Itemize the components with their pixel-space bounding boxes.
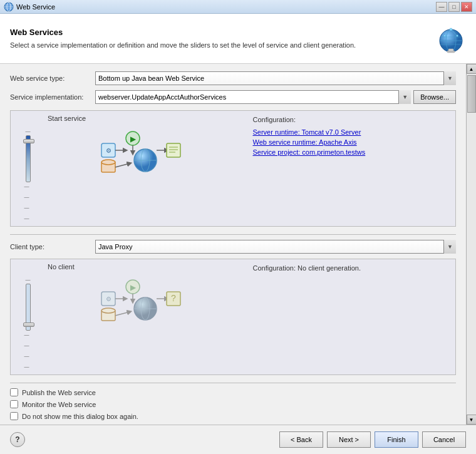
client-type-row: Client type: Java Proxy ▼ bbox=[10, 240, 456, 254]
dont-show-label: Do not show me this dialog box again. bbox=[22, 413, 138, 420]
client-diagram-svg: ⚙ ▶ bbox=[95, 274, 195, 328]
svg-text:▶: ▶ bbox=[130, 283, 136, 292]
header-text: Web Services Select a service implementa… bbox=[10, 28, 436, 50]
title-bar-text: Web Service bbox=[16, 3, 436, 11]
client-diagram-area: ⚙ ▶ bbox=[48, 274, 243, 328]
scrollbar: ▲ ▼ bbox=[466, 64, 476, 425]
svg-point-14 bbox=[450, 28, 452, 31]
server-runtime-link[interactable]: Server runtime: Tomcat v7.0 Server bbox=[253, 128, 448, 136]
service-diagram-col: Start service ⚙ bbox=[45, 111, 246, 226]
content-area: Web service type: Bottom up Java bean We… bbox=[0, 64, 476, 425]
ws-runtime-link[interactable]: Web service runtime: Apache Axis bbox=[253, 138, 448, 146]
main-content: Web service type: Bottom up Java bean We… bbox=[0, 64, 466, 425]
publish-checkbox[interactable] bbox=[10, 388, 18, 396]
maximize-button[interactable]: □ bbox=[448, 2, 460, 12]
publish-checkbox-row: Publish the Web service bbox=[10, 388, 456, 396]
service-type-row: Web service type: Bottom up Java bean We… bbox=[10, 71, 456, 85]
title-bar: Web Service — □ ✕ bbox=[0, 0, 476, 14]
cancel-button[interactable]: Cancel bbox=[422, 431, 466, 448]
scroll-thumb[interactable] bbox=[467, 75, 476, 113]
dialog-description: Select a service implementation or defin… bbox=[10, 41, 411, 50]
client-slider-thumb[interactable] bbox=[23, 322, 34, 327]
slider-thumb[interactable] bbox=[23, 139, 34, 143]
app-icon bbox=[4, 2, 14, 12]
dont-show-checkbox[interactable] bbox=[10, 412, 18, 420]
finish-button[interactable]: Finish bbox=[375, 431, 418, 448]
divider-2 bbox=[10, 383, 456, 383]
service-type-select[interactable]: Bottom up Java bean Web Service bbox=[95, 71, 456, 85]
service-impl-row: Service implementation: webserver.Update… bbox=[10, 90, 456, 104]
help-button[interactable]: ? bbox=[10, 432, 25, 447]
client-slider-col: — ———— bbox=[11, 259, 45, 374]
scroll-down-button[interactable]: ▼ bbox=[467, 415, 477, 425]
svg-point-47 bbox=[101, 308, 115, 313]
client-config-col: Configuration: No client generation. bbox=[246, 259, 456, 374]
monitor-checkbox[interactable] bbox=[10, 400, 18, 408]
svg-point-32 bbox=[101, 160, 115, 165]
dialog-header: Web Services Select a service implementa… bbox=[0, 14, 476, 64]
service-impl-select-wrapper: webserver.UpdateAppAcctAuthorServices ▼ bbox=[95, 90, 411, 104]
next-button[interactable]: Next > bbox=[327, 431, 371, 448]
client-slider-mark-top: — bbox=[26, 277, 31, 282]
service-impl-select[interactable]: webserver.UpdateAppAcctAuthorServices bbox=[95, 90, 411, 104]
client-config-text: Configuration: No client generation. bbox=[253, 264, 448, 272]
svg-text:⚙: ⚙ bbox=[105, 147, 111, 154]
service-project-link[interactable]: Service project: com.primeton.testws bbox=[253, 148, 448, 156]
dialog-footer: ? < Back Next > Finish Cancel bbox=[0, 425, 476, 454]
client-type-select[interactable]: Java Proxy bbox=[95, 240, 456, 254]
client-type-label: Client type: bbox=[10, 243, 91, 250]
svg-text:▶: ▶ bbox=[130, 135, 136, 143]
close-button[interactable]: ✕ bbox=[461, 2, 472, 12]
client-diagram-col: No client bbox=[45, 259, 246, 374]
svg-point-15 bbox=[444, 35, 446, 37]
service-diagram-area: ⚙ ▶ bbox=[48, 126, 243, 179]
globe-icon bbox=[436, 23, 466, 55]
divider-1 bbox=[10, 234, 456, 235]
slider-mark-top: — bbox=[26, 128, 31, 134]
service-panel: — ———— Start service bbox=[10, 110, 456, 227]
publish-label: Publish the Web service bbox=[22, 389, 96, 396]
svg-rect-27 bbox=[167, 143, 180, 157]
dont-show-checkbox-row: Do not show me this dialog box again. bbox=[10, 412, 456, 420]
client-slider-marks: ———— bbox=[24, 332, 29, 369]
svg-line-33 bbox=[115, 163, 130, 167]
client-panel-label: No client bbox=[48, 263, 243, 271]
service-panel-label: Start service bbox=[48, 115, 243, 122]
browse-button[interactable]: Browse... bbox=[413, 90, 456, 104]
monitor-label: Monitor the Web service bbox=[22, 401, 96, 408]
service-diagram-svg: ⚙ ▶ bbox=[95, 126, 195, 179]
footer-left: ? bbox=[10, 432, 25, 447]
service-type-select-wrapper: Bottom up Java bean Web Service ▼ bbox=[95, 71, 456, 85]
svg-line-48 bbox=[115, 312, 130, 316]
svg-point-16 bbox=[457, 35, 458, 37]
service-impl-label: Service implementation: bbox=[10, 93, 91, 101]
service-config-col: Configuration: Server runtime: Tomcat v7… bbox=[246, 111, 456, 226]
dialog: Web Services Select a service implementa… bbox=[0, 14, 476, 454]
dialog-title: Web Services bbox=[10, 28, 436, 37]
svg-rect-11 bbox=[448, 49, 453, 51]
footer-right: < Back Next > Finish Cancel bbox=[279, 431, 466, 448]
minimize-button[interactable]: — bbox=[436, 2, 447, 12]
title-bar-controls: — □ ✕ bbox=[436, 2, 472, 12]
service-config-title: Configuration: bbox=[253, 116, 448, 123]
client-type-select-wrapper: Java Proxy ▼ bbox=[95, 240, 456, 254]
service-slider-col: — ———— bbox=[11, 111, 45, 226]
client-panel: — ———— No client bbox=[10, 259, 456, 375]
svg-text:?: ? bbox=[171, 293, 176, 303]
monitor-checkbox-row: Monitor the Web service bbox=[10, 400, 456, 408]
scroll-up-button[interactable]: ▲ bbox=[467, 64, 477, 74]
back-button[interactable]: < Back bbox=[279, 431, 323, 448]
service-type-label: Web service type: bbox=[10, 75, 91, 82]
svg-text:⚙: ⚙ bbox=[105, 296, 111, 302]
slider-marks: ———— bbox=[24, 183, 29, 221]
